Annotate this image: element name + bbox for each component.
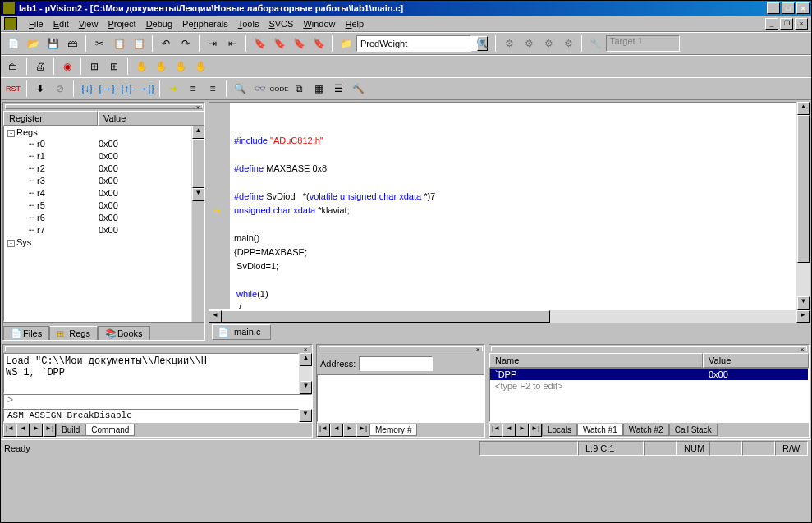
search-combo[interactable]: ▼ bbox=[356, 35, 471, 52]
stop-icon[interactable]: ⊘ bbox=[51, 80, 69, 98]
paste-icon[interactable]: 📋 bbox=[130, 34, 148, 53]
scroll-down-icon[interactable]: ▼ bbox=[192, 188, 204, 201]
menu-view[interactable]: View bbox=[74, 17, 103, 30]
scroll-left-icon[interactable]: ◄ bbox=[209, 310, 222, 323]
hand3-icon[interactable]: ✋ bbox=[172, 57, 190, 76]
hint-dd-icon[interactable]: ▼ bbox=[299, 409, 312, 422]
tab-files[interactable]: 📄Files bbox=[3, 326, 49, 340]
register-scrollbar[interactable]: ▲ ▼ bbox=[191, 126, 204, 322]
hand1-icon[interactable]: ✋ bbox=[132, 57, 150, 76]
panel-close-icon[interactable]: × bbox=[474, 346, 482, 352]
nav-first-icon[interactable]: |◄ bbox=[317, 424, 330, 437]
nav-prev-icon[interactable]: ◄ bbox=[330, 424, 343, 437]
menu-file[interactable]: File bbox=[24, 17, 48, 30]
bookmark-next-icon[interactable]: 🔖 bbox=[270, 34, 288, 53]
dock-grip[interactable]: × bbox=[5, 346, 310, 351]
hand4-icon[interactable]: ✋ bbox=[191, 57, 209, 76]
tab-build[interactable]: Build bbox=[56, 424, 85, 436]
step-into-icon[interactable]: {↓} bbox=[78, 80, 96, 98]
breakpoint-icon[interactable]: ⊞ bbox=[85, 57, 103, 76]
options-icon[interactable]: 🔧 bbox=[586, 34, 604, 53]
watch-hdr-name[interactable]: Name bbox=[489, 353, 703, 368]
minimize-button[interactable]: _ bbox=[767, 2, 780, 14]
hand2-icon[interactable]: ✋ bbox=[152, 57, 170, 76]
menu-help[interactable]: Help bbox=[341, 17, 369, 30]
watch-hdr-value[interactable]: Value bbox=[703, 353, 809, 368]
nav-next-icon[interactable]: ► bbox=[30, 424, 43, 437]
memory-content[interactable] bbox=[317, 374, 484, 422]
tab-regs[interactable]: ⊞Regs bbox=[49, 326, 98, 340]
menu-project[interactable]: Project bbox=[103, 17, 140, 30]
tab-watch2[interactable]: Watch #2 bbox=[623, 424, 669, 436]
save-icon[interactable]: 💾 bbox=[44, 34, 62, 53]
watch-row-selected[interactable]: `DPP 0x00 bbox=[490, 369, 808, 380]
scroll-up-icon[interactable]: ▲ bbox=[300, 353, 312, 366]
nav-next-icon[interactable]: ► bbox=[516, 424, 529, 437]
code-editor[interactable]: ➜#include "ADuC812.h" #define MAXBASE 0x… bbox=[209, 102, 796, 310]
toolbox-icon[interactable]: 🔨 bbox=[349, 80, 367, 98]
scroll-thumb[interactable] bbox=[192, 139, 204, 188]
reg-header-value[interactable]: Value bbox=[98, 111, 204, 126]
code-cov-icon[interactable]: CODE bbox=[270, 80, 288, 98]
nav-last-icon[interactable]: ►| bbox=[529, 424, 542, 437]
nav-first-icon[interactable]: |◄ bbox=[489, 424, 502, 437]
scroll-right-icon[interactable]: ► bbox=[796, 310, 810, 323]
scroll-up-icon[interactable]: ▲ bbox=[797, 102, 810, 115]
find-icon[interactable]: 🔍 bbox=[473, 34, 491, 53]
indent-icon[interactable]: ⇥ bbox=[204, 34, 222, 53]
serial-icon[interactable]: ⧉ bbox=[290, 80, 308, 98]
tab-books[interactable]: 📚Books bbox=[98, 326, 150, 340]
project-window-icon[interactable]: 🗀 bbox=[4, 57, 22, 76]
scroll-thumb[interactable] bbox=[797, 115, 810, 263]
run-icon[interactable]: ⬇ bbox=[31, 80, 49, 98]
mdi-close-button[interactable]: × bbox=[795, 18, 808, 30]
nav-last-icon[interactable]: ►| bbox=[356, 424, 369, 437]
bookmark-clear-icon[interactable]: 🔖 bbox=[310, 34, 328, 53]
scroll-down-icon[interactable]: ▼ bbox=[797, 296, 810, 310]
nav-prev-icon[interactable]: ◄ bbox=[16, 424, 30, 437]
bookmark-prev-icon[interactable]: 🔖 bbox=[290, 34, 308, 53]
menu-peripherals[interactable]: Peripherals bbox=[177, 17, 233, 30]
tab-callstack[interactable]: Call Stack bbox=[669, 424, 718, 436]
step-over-icon[interactable]: {→} bbox=[98, 80, 116, 98]
copy-icon[interactable]: 📋 bbox=[110, 34, 128, 53]
rebuild-icon[interactable]: ⚙ bbox=[520, 34, 538, 53]
nav-prev-icon[interactable]: ◄ bbox=[502, 424, 516, 437]
reg-header-name[interactable]: Register bbox=[3, 111, 98, 126]
enable-trace-icon[interactable]: ≡ bbox=[184, 80, 202, 98]
find-in-files-icon[interactable]: 📁 bbox=[337, 34, 355, 53]
tree-collapse-icon[interactable]: - bbox=[7, 130, 15, 137]
perf-icon[interactable]: ☰ bbox=[329, 80, 347, 98]
bookmark-toggle-icon[interactable]: 🔖 bbox=[250, 34, 268, 53]
watch-row[interactable]: <type F2 to edit> bbox=[490, 380, 808, 392]
view-trace-icon[interactable]: ≡ bbox=[204, 80, 222, 98]
scroll-up-icon[interactable]: ▲ bbox=[192, 126, 204, 139]
register-list[interactable]: -Regs ┈ r00x00 ┈ r10x00 ┈ r20x00 ┈ r30x0… bbox=[3, 126, 191, 322]
watch-list[interactable]: `DPP 0x00 <type F2 to edit> bbox=[489, 368, 809, 422]
redo-icon[interactable]: ↷ bbox=[177, 34, 195, 53]
build-icon[interactable]: ⚙ bbox=[500, 34, 518, 53]
debug-icon[interactable]: ◉ bbox=[58, 57, 76, 76]
nav-next-icon[interactable]: ► bbox=[343, 424, 356, 437]
step-out-icon[interactable]: {↑} bbox=[117, 80, 135, 98]
tree-collapse-icon[interactable]: - bbox=[7, 240, 15, 247]
show-next-icon[interactable]: ➜ bbox=[164, 80, 182, 98]
tab-locals[interactable]: Locals bbox=[542, 424, 577, 436]
scroll-thumb[interactable] bbox=[222, 310, 550, 323]
run-to-cursor-icon[interactable]: →{} bbox=[137, 80, 155, 98]
disasm-icon[interactable]: 🔍 bbox=[231, 80, 249, 98]
address-input[interactable] bbox=[359, 356, 433, 371]
open-file-icon[interactable]: 📂 bbox=[24, 34, 42, 53]
outdent-icon[interactable]: ⇤ bbox=[223, 34, 241, 53]
command-input[interactable]: > bbox=[3, 394, 312, 409]
maximize-button[interactable]: □ bbox=[782, 2, 795, 14]
breakpoint2-icon[interactable]: ⊞ bbox=[105, 57, 123, 76]
save-all-icon[interactable]: 🗃 bbox=[63, 34, 81, 53]
stop-build-icon[interactable]: ⚙ bbox=[559, 34, 577, 53]
new-file-icon[interactable]: 📄 bbox=[4, 34, 22, 53]
editor-scrollbar-v[interactable]: ▲ ▼ bbox=[796, 102, 810, 310]
tab-memory[interactable]: Memory # bbox=[369, 424, 417, 436]
watch-icon[interactable]: 👓 bbox=[250, 80, 268, 98]
menu-window[interactable]: Window bbox=[298, 17, 340, 30]
tab-main-c[interactable]: 📄main.c bbox=[212, 324, 271, 340]
